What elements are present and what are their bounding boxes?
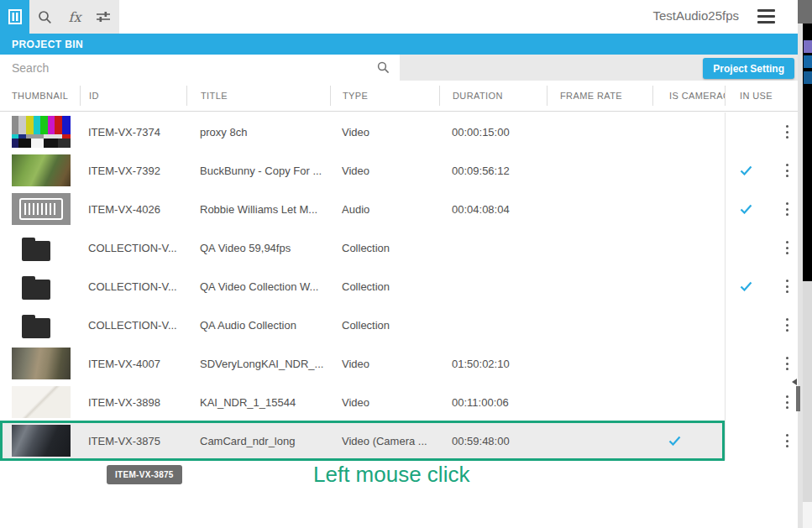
search-icon bbox=[38, 10, 52, 24]
cell-id: COLLECTION-V... bbox=[80, 267, 186, 306]
row-menu-kebab-icon[interactable] bbox=[781, 280, 793, 293]
cell-title: CamCard_ndr_long bbox=[186, 421, 330, 460]
cell-is-camera-card bbox=[652, 383, 725, 421]
row-menu-kebab-icon[interactable] bbox=[781, 164, 793, 177]
thumbnail-image bbox=[12, 309, 71, 341]
table-row[interactable]: COLLECTION-V... QA Audio Collection Coll… bbox=[0, 306, 798, 344]
cell-id: COLLECTION-V... bbox=[80, 306, 186, 344]
background-timeline-sliver bbox=[803, 24, 812, 281]
table-row[interactable]: ITEM-VX-3898 KAI_NDR_1_15544 Video 00:11… bbox=[0, 383, 798, 421]
row-menu-kebab-icon[interactable] bbox=[781, 241, 793, 254]
top-toolbar: fx TestAudio25fps bbox=[0, 0, 798, 34]
col-header-thumbnail[interactable]: THUMBNAIL bbox=[0, 86, 80, 106]
cell-title: SDVeryLongKAI_NDR_... bbox=[186, 344, 330, 383]
row-menu-kebab-icon[interactable] bbox=[781, 357, 793, 370]
cell-frame-rate bbox=[547, 151, 652, 190]
cell-type: Video bbox=[330, 344, 439, 383]
cell-is-camera-card bbox=[652, 151, 725, 190]
cell-is-camera-card bbox=[652, 421, 725, 460]
cell-duration bbox=[439, 228, 547, 267]
filmstrip-icon bbox=[8, 9, 22, 24]
cell-is-camera-card bbox=[652, 306, 725, 344]
table-row[interactable]: COLLECTION-V... QA Video Collection W...… bbox=[0, 267, 798, 306]
project-bin-tab[interactable] bbox=[0, 0, 29, 34]
effects-tab[interactable]: fx bbox=[60, 0, 89, 34]
table-row[interactable]: COLLECTION-V... QA Video 59,94fps Collec… bbox=[0, 228, 798, 267]
cell-thumbnail bbox=[0, 190, 80, 228]
col-header-frame-rate[interactable]: FRAME RATE bbox=[547, 86, 652, 106]
cell-duration bbox=[439, 306, 547, 344]
search-input[interactable] bbox=[0, 55, 400, 81]
camera-card-check-icon bbox=[668, 436, 681, 446]
cell-duration: 01:50:02:10 bbox=[439, 344, 547, 383]
cell-type: Collection bbox=[330, 267, 439, 306]
cell-is-camera-card bbox=[652, 344, 725, 383]
panel-header-bar: PROJECT BIN bbox=[0, 34, 798, 55]
cell-duration: 00:00:15:00 bbox=[439, 112, 547, 151]
cell-title: KAI_NDR_1_15544 bbox=[186, 383, 330, 421]
search-box bbox=[0, 55, 400, 81]
cell-title: QA Video Collection W... bbox=[186, 267, 330, 306]
cell-duration: 00:59:48:00 bbox=[439, 421, 547, 460]
screen: fx TestAudio25fps PROJECT BIN bbox=[0, 0, 812, 528]
row-menu-kebab-icon[interactable] bbox=[781, 318, 793, 332]
thumbnail-image bbox=[12, 425, 71, 457]
timeline-clip-darkblue bbox=[804, 71, 812, 84]
panel-title: PROJECT BIN bbox=[0, 39, 83, 50]
toolbar-icon-group: fx bbox=[0, 0, 119, 34]
cell-id: ITEM-VX-7374 bbox=[80, 112, 186, 151]
table-row[interactable]: ITEM-VX-4007 SDVeryLongKAI_NDR_... Video… bbox=[0, 344, 798, 383]
cell-frame-rate bbox=[547, 344, 652, 383]
cell-is-camera-card bbox=[652, 228, 725, 267]
table-row[interactable]: ITEM-VX-3875 CamCard_ndr_long Video (Cam… bbox=[0, 421, 798, 460]
cell-thumbnail bbox=[0, 344, 80, 383]
search-tab[interactable] bbox=[30, 0, 59, 34]
col-header-id[interactable]: ID bbox=[80, 86, 186, 106]
thumbnail-image bbox=[12, 116, 71, 148]
hamburger-menu-icon[interactable] bbox=[757, 9, 775, 24]
cell-title: proxy 8ch bbox=[186, 112, 330, 151]
cell-type: Video (Camera ... bbox=[330, 421, 439, 460]
col-header-title[interactable]: TITLE bbox=[186, 86, 330, 106]
cell-frame-rate bbox=[547, 306, 652, 344]
cell-title: BuckBunny - Copy For ... bbox=[186, 151, 330, 190]
table-row[interactable]: ITEM-VX-4026 Robbie Williams Let M... Au… bbox=[0, 190, 798, 228]
cell-title: QA Audio Collection bbox=[186, 306, 330, 344]
window-title: TestAudio25fps bbox=[652, 8, 739, 23]
timeline-clip-blue bbox=[804, 55, 812, 68]
cell-type: Video bbox=[330, 151, 439, 190]
cell-type: Video bbox=[330, 112, 439, 151]
col-header-in-use[interactable]: IN USE bbox=[725, 86, 798, 106]
item-id-tooltip: ITEM-VX-3875 bbox=[107, 465, 182, 484]
cell-frame-rate bbox=[547, 421, 652, 460]
table-row[interactable]: ITEM-VX-7392 BuckBunny - Copy For ... Vi… bbox=[0, 151, 798, 190]
cell-duration bbox=[439, 267, 547, 306]
cell-id: ITEM-VX-4026 bbox=[80, 190, 186, 228]
background-sliver-footer bbox=[803, 502, 812, 528]
cell-title: Robbie Williams Let M... bbox=[186, 190, 330, 228]
col-header-duration[interactable]: DURATION bbox=[439, 86, 547, 106]
left-mouse-click-annotation: Left mouse click bbox=[313, 462, 469, 488]
fx-icon: fx bbox=[69, 9, 81, 25]
col-header-is-camera-card[interactable]: IS CAMERAC bbox=[652, 86, 725, 106]
background-app-sliver bbox=[803, 24, 812, 528]
cell-thumbnail bbox=[0, 421, 80, 460]
project-setting-button[interactable]: Project Setting bbox=[703, 58, 794, 79]
in-use-check-icon bbox=[740, 165, 752, 175]
cell-thumbnail bbox=[0, 228, 80, 267]
cell-title: QA Video 59,94fps bbox=[186, 228, 330, 267]
in-use-check-icon bbox=[740, 281, 752, 291]
cell-thumbnail bbox=[0, 383, 80, 421]
cell-type: Collection bbox=[330, 306, 439, 344]
row-menu-kebab-icon[interactable] bbox=[781, 202, 793, 216]
row-menu-kebab-icon[interactable] bbox=[781, 434, 793, 447]
settings-tab[interactable] bbox=[89, 0, 118, 34]
table-row[interactable]: ITEM-VX-7374 proxy 8ch Video 00:00:15:00 bbox=[0, 112, 798, 151]
thumbnail-image bbox=[12, 193, 71, 225]
sliders-icon bbox=[96, 10, 111, 24]
search-field-icon bbox=[377, 61, 390, 74]
row-menu-kebab-icon[interactable] bbox=[781, 125, 793, 139]
cell-id: ITEM-VX-7392 bbox=[80, 151, 186, 190]
col-header-type[interactable]: TYPE bbox=[330, 86, 439, 106]
row-menu-kebab-icon[interactable] bbox=[781, 395, 793, 409]
